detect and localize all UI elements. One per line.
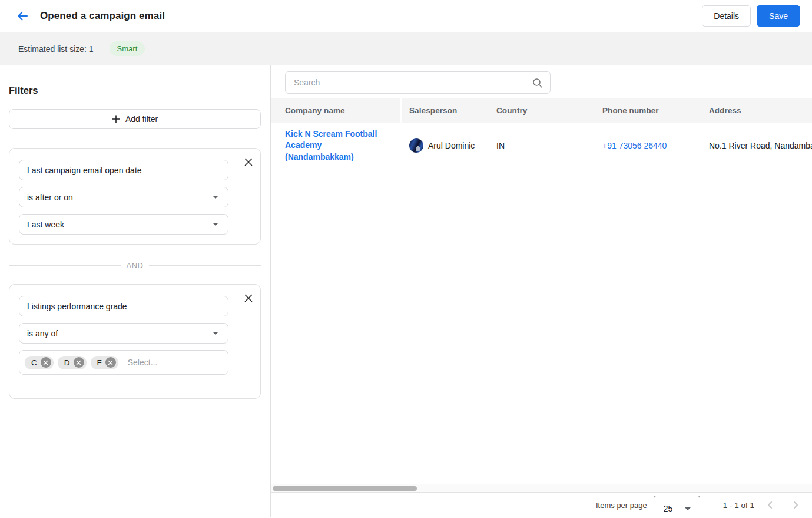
- value-chip: F: [91, 356, 118, 369]
- smart-badge: Smart: [110, 41, 145, 56]
- column-header-salesperson[interactable]: Salesperson: [402, 98, 489, 123]
- filter-card-2: is any of C D: [9, 284, 261, 399]
- chevron-right-icon: [791, 501, 800, 509]
- chip-remove-button[interactable]: [74, 357, 84, 368]
- column-header-phone[interactable]: Phone number: [595, 98, 702, 123]
- salesperson-name: Arul Dominic: [428, 141, 475, 150]
- chip-label: F: [97, 358, 102, 367]
- table-header-row: Company name Salesperson Country Phone n…: [271, 98, 812, 123]
- phone-link[interactable]: +91 73056 26440: [602, 141, 667, 150]
- search-row: [271, 65, 812, 98]
- filter-2-values-field[interactable]: C D: [19, 350, 228, 375]
- chevron-left-icon: [766, 501, 774, 509]
- results-panel: Company name Salesperson Country Phone n…: [271, 65, 812, 517]
- table-row[interactable]: Kick N Scream Football Academy (Nandamba…: [271, 123, 812, 168]
- chip-remove-button[interactable]: [41, 357, 51, 368]
- salesperson-avatar: [409, 138, 423, 153]
- value-chip: C: [25, 356, 54, 369]
- horizontal-scrollbar[interactable]: [271, 484, 812, 493]
- chip-label: C: [31, 358, 37, 367]
- column-header-company[interactable]: Company name: [271, 98, 400, 123]
- chevron-down-icon: [213, 196, 218, 199]
- page-range-label: 1 - 1 of 1: [723, 501, 754, 510]
- plus-icon: [112, 115, 120, 123]
- filter-2-operator-value: is any of: [27, 329, 213, 338]
- filters-panel: Filters Add filter: [0, 65, 271, 517]
- conjunction-label: AND: [121, 261, 150, 270]
- filter-1-operator-dropdown[interactable]: is after or on: [19, 187, 228, 207]
- search-input[interactable]: [286, 72, 550, 93]
- divider-line: [9, 265, 121, 266]
- and-divider: AND: [9, 261, 261, 270]
- filter-card-1: is after or on Last week: [9, 148, 261, 245]
- chip-remove-button[interactable]: [105, 357, 116, 368]
- chip-remove-x-icon: [43, 360, 48, 365]
- chevron-down-icon: [213, 332, 218, 335]
- next-page-button[interactable]: [787, 497, 804, 513]
- chevron-down-icon: [685, 507, 691, 510]
- country-cell: IN: [489, 141, 595, 150]
- page-size-select[interactable]: 25: [654, 496, 700, 518]
- remove-filter-2-button[interactable]: [242, 292, 255, 305]
- chip-remove-x-icon: [76, 360, 81, 365]
- filter-2-field-input[interactable]: [19, 296, 228, 316]
- add-filter-button[interactable]: Add filter: [9, 109, 261, 129]
- remove-filter-1-button[interactable]: [242, 156, 255, 169]
- main-content: Filters Add filter: [0, 65, 812, 517]
- divider-line: [149, 265, 261, 266]
- column-header-country[interactable]: Country: [489, 98, 595, 123]
- top-header: Opened a campaign email Details Save: [0, 0, 812, 32]
- filter-2-operator-dropdown[interactable]: is any of: [19, 323, 228, 344]
- search-box: [285, 71, 551, 94]
- chip-label: D: [64, 358, 70, 367]
- address-cell: No.1 River Road, Nandambak: [702, 141, 812, 150]
- filter-1-value: Last week: [27, 220, 213, 229]
- back-button[interactable]: [13, 6, 32, 25]
- save-button[interactable]: Save: [757, 5, 800, 27]
- chip-remove-x-icon: [108, 360, 113, 365]
- scrollbar-thumb[interactable]: [273, 486, 417, 491]
- search-icon[interactable]: [532, 77, 543, 89]
- items-per-page-label: Items per page: [596, 501, 647, 510]
- company-link[interactable]: Kick N Scream Football Academy (Nandamba…: [285, 128, 384, 163]
- page-title: Opened a campaign email: [40, 10, 165, 22]
- page-size-value: 25: [664, 504, 685, 513]
- previous-page-button[interactable]: [762, 497, 778, 513]
- close-icon: [244, 293, 253, 303]
- value-chip: D: [58, 356, 87, 369]
- close-icon: [244, 157, 253, 167]
- filter-1-field-input[interactable]: [19, 160, 228, 180]
- company-cell: Kick N Scream Football Academy (Nandamba…: [271, 128, 400, 163]
- add-filter-label: Add filter: [125, 114, 158, 124]
- estimated-list-size: Estimated list size: 1: [18, 44, 94, 54]
- filter-1-value-dropdown[interactable]: Last week: [19, 214, 228, 235]
- chips-select-placeholder: Select...: [128, 358, 158, 367]
- phone-cell: +91 73056 26440: [595, 141, 702, 150]
- filter-1-operator-value: is after or on: [27, 193, 213, 202]
- chevron-down-icon: [213, 223, 218, 226]
- estimate-bar: Estimated list size: 1 Smart: [0, 32, 812, 65]
- pagination-bar: Items per page 25 1 - 1 of 1: [271, 493, 812, 517]
- details-button[interactable]: Details: [702, 5, 751, 27]
- salesperson-cell: Arul Dominic: [402, 138, 489, 153]
- filters-title: Filters: [9, 85, 261, 96]
- arrow-left-icon: [15, 9, 29, 23]
- app-window: Opened a campaign email Details Save Est…: [0, 0, 812, 518]
- column-header-address[interactable]: Address: [702, 98, 812, 123]
